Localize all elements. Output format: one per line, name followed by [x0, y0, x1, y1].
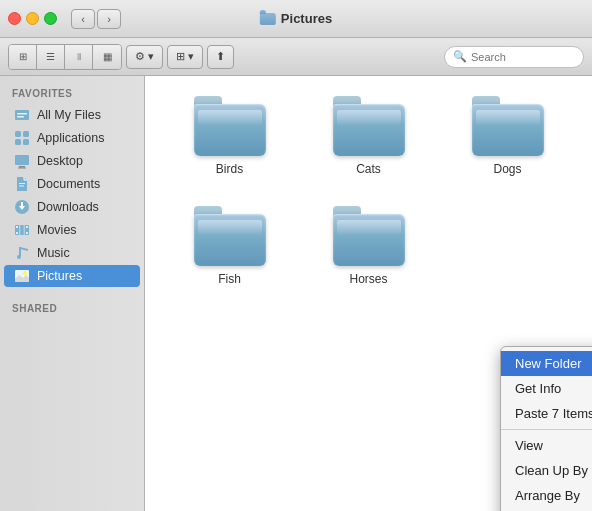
view-buttons: ⊞ ☰ ⦀ ▦: [8, 44, 122, 70]
folder-shine: [476, 110, 540, 126]
forward-button[interactable]: ›: [97, 9, 121, 29]
view-label: View: [515, 438, 543, 453]
sidebar-item-label: Music: [37, 246, 70, 260]
all-my-files-icon: [14, 107, 30, 123]
folder-body: [194, 104, 266, 156]
sidebar-item-music[interactable]: Music: [4, 242, 140, 264]
nav-buttons: ‹ ›: [71, 9, 121, 29]
file-name: Birds: [216, 162, 243, 176]
folder-body: [333, 214, 405, 266]
gear-icon: ⚙: [135, 50, 145, 63]
title-label: Pictures: [281, 11, 332, 26]
arrange-button[interactable]: ⊞ ▾: [167, 45, 203, 69]
search-box[interactable]: 🔍: [444, 46, 584, 68]
minimize-button[interactable]: [26, 12, 39, 25]
svg-point-18: [26, 226, 28, 228]
svg-rect-2: [17, 116, 24, 118]
folder-icon: [194, 96, 266, 156]
sidebar-item-pictures[interactable]: Pictures: [4, 265, 140, 287]
sidebar-item-documents[interactable]: Documents: [4, 173, 140, 195]
movies-icon: [14, 222, 30, 238]
file-item-cats[interactable]: Cats: [304, 96, 433, 176]
folder-shine: [198, 220, 262, 236]
desktop-icon: [14, 153, 30, 169]
sidebar-item-applications[interactable]: Applications: [4, 127, 140, 149]
toolbar: ⊞ ☰ ⦀ ▦ ⚙ ▾ ⊞ ▾ ⬆ 🔍: [0, 38, 592, 76]
arrange-icon: ⊞: [176, 50, 185, 63]
svg-rect-14: [21, 202, 23, 207]
context-menu: New Folder Get Info Paste 7 Items View ▶…: [500, 346, 592, 511]
maximize-button[interactable]: [44, 12, 57, 25]
file-name: Fish: [218, 272, 241, 286]
folder-body: [472, 104, 544, 156]
svg-rect-20: [19, 225, 21, 235]
share-button[interactable]: ⬆: [207, 45, 234, 69]
coverflow-view-button[interactable]: ▦: [93, 45, 121, 69]
file-name: Cats: [356, 162, 381, 176]
arrange-chevron: ▾: [188, 50, 194, 63]
context-menu-clean-up-by[interactable]: Clean Up By ▶: [501, 458, 592, 483]
svg-rect-6: [23, 139, 29, 145]
action-chevron: ▾: [148, 50, 154, 63]
svg-rect-3: [15, 131, 21, 137]
action-button[interactable]: ⚙ ▾: [126, 45, 163, 69]
file-name: Dogs: [493, 162, 521, 176]
file-item-horses[interactable]: Horses: [304, 206, 433, 286]
file-item-dogs[interactable]: Dogs: [443, 96, 572, 176]
svg-rect-11: [19, 186, 24, 187]
search-input[interactable]: [471, 51, 561, 63]
icon-view-button[interactable]: ⊞: [9, 45, 37, 69]
context-menu-separator: [501, 429, 592, 430]
applications-icon: [14, 130, 30, 146]
downloads-icon: [14, 199, 30, 215]
context-menu-arrange-by[interactable]: Arrange By ▶: [501, 483, 592, 508]
sidebar-item-label: Applications: [37, 131, 104, 145]
svg-rect-9: [18, 168, 26, 169]
svg-rect-10: [19, 183, 25, 184]
svg-rect-5: [15, 139, 21, 145]
svg-rect-7: [15, 155, 29, 165]
svg-rect-0: [15, 110, 29, 120]
back-button[interactable]: ‹: [71, 9, 95, 29]
svg-point-24: [23, 271, 27, 275]
sidebar-item-desktop[interactable]: Desktop: [4, 150, 140, 172]
sidebar-item-label: Desktop: [37, 154, 83, 168]
file-item-fish[interactable]: Fish: [165, 206, 294, 286]
close-button[interactable]: [8, 12, 21, 25]
file-area: Birds Cats Dogs: [145, 76, 592, 511]
get-info-label: Get Info: [515, 381, 561, 396]
title-folder-icon: [260, 13, 276, 25]
column-view-button[interactable]: ⦀: [65, 45, 93, 69]
main-content: Favorites All My Files Applications Desk…: [0, 76, 592, 511]
documents-icon: [14, 176, 30, 192]
shared-label: Shared: [0, 299, 144, 318]
svg-rect-21: [24, 225, 26, 235]
context-menu-new-folder[interactable]: New Folder: [501, 351, 592, 376]
folder-icon: [472, 96, 544, 156]
svg-rect-4: [23, 131, 29, 137]
paste-items-label: Paste 7 Items: [515, 406, 592, 421]
folder-shine: [337, 220, 401, 236]
share-icon: ⬆: [216, 50, 225, 63]
pictures-icon: [14, 268, 30, 284]
sidebar-item-label: Movies: [37, 223, 77, 237]
sidebar-item-movies[interactable]: Movies: [4, 219, 140, 241]
traffic-lights: [8, 12, 57, 25]
svg-rect-1: [17, 113, 27, 115]
folder-shine: [198, 110, 262, 126]
context-menu-paste-items[interactable]: Paste 7 Items: [501, 401, 592, 426]
folder-icon: [333, 96, 405, 156]
sidebar-item-all-my-files[interactable]: All My Files: [4, 104, 140, 126]
sidebar-item-downloads[interactable]: Downloads: [4, 196, 140, 218]
sidebar-item-label: Pictures: [37, 269, 82, 283]
context-menu-view[interactable]: View ▶: [501, 433, 592, 458]
list-view-button[interactable]: ☰: [37, 45, 65, 69]
svg-point-22: [17, 255, 21, 259]
new-folder-label: New Folder: [515, 356, 581, 371]
file-item-birds[interactable]: Birds: [165, 96, 294, 176]
context-menu-get-info[interactable]: Get Info: [501, 376, 592, 401]
folder-icon: [333, 206, 405, 266]
file-name: Horses: [349, 272, 387, 286]
shared-section: Shared: [0, 299, 144, 318]
svg-point-17: [16, 232, 18, 234]
